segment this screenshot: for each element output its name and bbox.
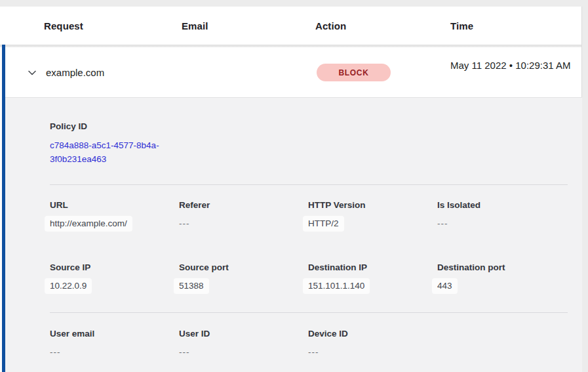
source-port-label: Source port bbox=[179, 261, 302, 274]
user-email-label: User email bbox=[50, 327, 172, 341]
user-email-value: --- bbox=[50, 346, 61, 358]
http-version-label: HTTP Version bbox=[308, 199, 431, 212]
is-isolated-value: --- bbox=[437, 218, 448, 230]
url-value: http://example.com/ bbox=[45, 216, 132, 232]
destination-ip-label: Destination IP bbox=[308, 261, 431, 274]
url-label: URL bbox=[50, 199, 172, 212]
detail-row-network: Source IP 10.22.0.9 Source port 51388 De… bbox=[50, 261, 582, 294]
user-id-field: User ID --- bbox=[179, 327, 308, 358]
http-version-value: HTTP/2 bbox=[303, 216, 344, 232]
section-divider bbox=[50, 312, 568, 313]
column-header-time: Time bbox=[450, 20, 473, 31]
device-id-field: Device ID --- bbox=[308, 327, 437, 358]
policy-id-field: Policy ID c784a888-a5c1-4577-8b4a-3f0b23… bbox=[50, 120, 582, 166]
source-port-value: 51388 bbox=[174, 278, 209, 294]
source-port-field: Source port 51388 bbox=[179, 261, 308, 294]
destination-ip-value: 151.101.1.140 bbox=[303, 278, 370, 294]
policy-id-link[interactable]: c784a888-a5c1-4577-8b4a-3f0b231ea463 bbox=[50, 138, 178, 166]
destination-port-value: 443 bbox=[432, 278, 458, 294]
column-header-request: Request bbox=[44, 20, 83, 31]
log-table-card: Request Email Action Time example.com BL… bbox=[0, 7, 582, 372]
detail-row-http: URL http://example.com/ Referer --- HTTP… bbox=[50, 199, 582, 232]
is-isolated-field: Is Isolated --- bbox=[437, 199, 566, 232]
section-divider bbox=[50, 184, 568, 185]
source-ip-value: 10.22.0.9 bbox=[45, 278, 92, 294]
selected-row-accent-bar bbox=[2, 45, 5, 372]
referer-value: --- bbox=[179, 218, 190, 230]
column-header-action: Action bbox=[315, 20, 346, 31]
is-isolated-label: Is Isolated bbox=[437, 199, 560, 212]
log-table-row[interactable]: example.com BLOCK May 11 2022 • 10:29:31… bbox=[0, 47, 581, 97]
request-value: example.com bbox=[46, 67, 104, 78]
expanded-detail-panel: Policy ID c784a888-a5c1-4577-8b4a-3f0b23… bbox=[5, 97, 582, 372]
device-id-value: --- bbox=[308, 346, 319, 358]
referer-field: Referer --- bbox=[179, 199, 308, 232]
destination-ip-field: Destination IP 151.101.1.140 bbox=[308, 261, 437, 294]
user-email-field: User email --- bbox=[50, 327, 179, 358]
time-value: May 11 2022 • 10:29:31 AM bbox=[450, 58, 576, 73]
chevron-down-icon[interactable] bbox=[26, 67, 38, 79]
column-header-email: Email bbox=[182, 20, 208, 31]
detail-row-user: User email --- User ID --- Device ID --- bbox=[50, 327, 582, 358]
referer-label: Referer bbox=[179, 199, 302, 212]
device-id-label: Device ID bbox=[308, 327, 431, 341]
user-id-value: --- bbox=[179, 346, 190, 358]
http-version-field: HTTP Version HTTP/2 bbox=[308, 199, 437, 232]
user-id-label: User ID bbox=[179, 327, 302, 341]
destination-port-label: Destination port bbox=[437, 261, 560, 274]
policy-id-label: Policy ID bbox=[50, 120, 582, 133]
action-block-badge: BLOCK bbox=[317, 64, 391, 81]
table-header-row: Request Email Action Time bbox=[0, 7, 581, 45]
source-ip-label: Source IP bbox=[50, 261, 172, 274]
source-ip-field: Source IP 10.22.0.9 bbox=[50, 261, 179, 294]
destination-port-field: Destination port 443 bbox=[437, 261, 566, 294]
url-field: URL http://example.com/ bbox=[50, 199, 179, 232]
